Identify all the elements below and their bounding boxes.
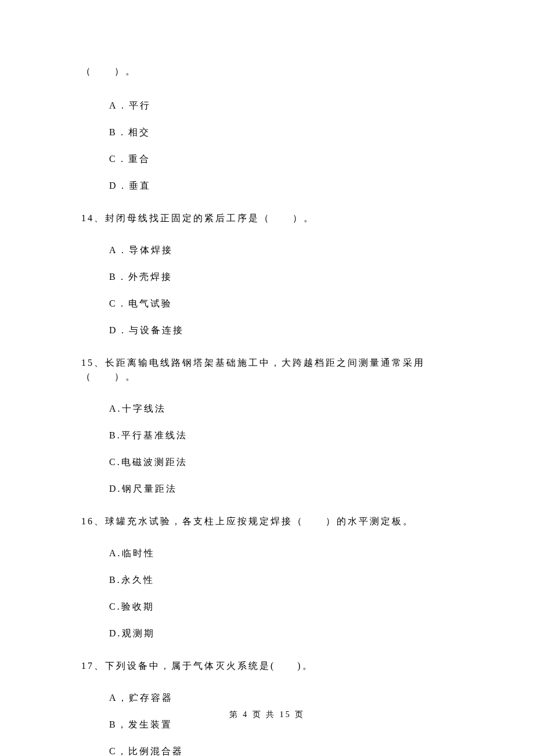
q17-text: 17、下列设备中，属于气体灭火系统是( )。 bbox=[81, 659, 476, 673]
q15-option-c: C.电磁波测距法 bbox=[109, 456, 476, 469]
q17-option-a: A，贮存容器 bbox=[109, 692, 476, 704]
q14-text: 14、封闭母线找正固定的紧后工序是（ ）。 bbox=[81, 211, 476, 225]
q13-option-a: A．平行 bbox=[109, 100, 476, 112]
q13-option-b: B．相交 bbox=[109, 127, 476, 139]
q15-option-d: D.钢尺量距法 bbox=[109, 483, 476, 495]
q14-option-b: B．外壳焊接 bbox=[109, 271, 476, 283]
q16-option-c: C.验收期 bbox=[109, 601, 476, 613]
q14-option-c: C．电气试验 bbox=[109, 298, 476, 310]
q17-option-b: B，发生装置 bbox=[109, 719, 476, 731]
q16-option-a: A.临时性 bbox=[109, 548, 476, 560]
q16-option-d: D.观测期 bbox=[109, 628, 476, 640]
q13-option-c: C．重合 bbox=[109, 153, 476, 165]
q15-text: 15、长距离输电线路钢塔架基础施工中，大跨越档距之间测量通常采用（ ）。 bbox=[81, 356, 476, 384]
q15-option-b: B.平行基准线法 bbox=[109, 430, 476, 442]
q15-option-a: A.十字线法 bbox=[109, 403, 476, 415]
question-fragment: （ ）。 bbox=[81, 66, 476, 78]
q16-text: 16、球罐充水试验，各支柱上应按规定焊接（ ）的水平测定板。 bbox=[81, 514, 476, 528]
q17-option-c: C，比例混合器 bbox=[109, 746, 476, 756]
q14-option-a: A．导体焊接 bbox=[109, 244, 476, 257]
page-content: （ ）。 A．平行 B．相交 C．重合 D．垂直 14、封闭母线找正固定的紧后工… bbox=[0, 0, 534, 756]
page-footer: 第 4 页 共 15 页 bbox=[0, 710, 534, 720]
q14-option-d: D．与设备连接 bbox=[109, 325, 476, 337]
q16-option-b: B.永久性 bbox=[109, 574, 476, 586]
q13-option-d: D．垂直 bbox=[109, 180, 476, 192]
